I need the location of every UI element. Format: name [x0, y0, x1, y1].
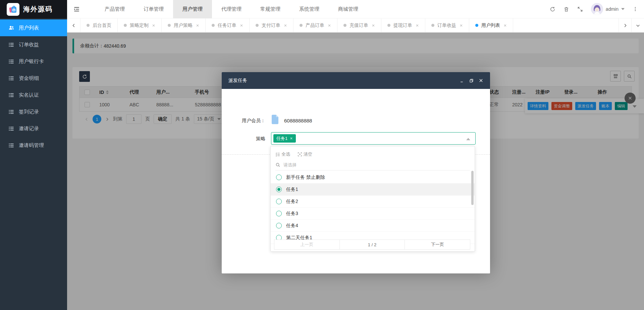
- tab-close-icon[interactable]: [503, 24, 507, 27]
- tab-pay-orders[interactable]: 支付订单: [250, 18, 293, 32]
- dropdown-next-button[interactable]: 下一页: [405, 240, 470, 249]
- menu-system[interactable]: 系统管理: [290, 0, 329, 18]
- menu-fold-icon[interactable]: [67, 0, 86, 18]
- radio-icon[interactable]: [276, 174, 282, 180]
- tab-withdraw-orders[interactable]: 提现订单: [381, 18, 425, 32]
- list-icon: [8, 109, 14, 115]
- tab-close-icon[interactable]: [196, 24, 199, 27]
- fullscreen-icon[interactable]: [577, 6, 583, 12]
- sidebar-item-real-name[interactable]: 实名认证: [0, 87, 67, 103]
- radio-icon[interactable]: [276, 211, 282, 216]
- tabbar-controls: [619, 18, 644, 32]
- option-task4[interactable]: 任务4: [271, 220, 475, 232]
- clear-label: 清空: [304, 151, 312, 157]
- user-menu[interactable]: admin: [591, 3, 625, 15]
- tabs-scroll-left-icon[interactable]: [67, 18, 80, 32]
- list-icon: [8, 125, 14, 132]
- clear-action[interactable]: 清空: [298, 151, 312, 157]
- file-icon: [271, 115, 279, 124]
- tab-close-icon[interactable]: [460, 24, 463, 27]
- menu-user[interactable]: 用户管理: [173, 0, 212, 18]
- tab-home[interactable]: 后台首页: [80, 18, 118, 32]
- selected-tag-label: 任务1: [276, 136, 287, 142]
- option-task2[interactable]: 任务2: [271, 196, 475, 208]
- tabs-scroll-right-icon[interactable]: [619, 18, 631, 32]
- tab-label: 产品订单: [306, 22, 324, 29]
- list-icon: [8, 92, 14, 98]
- tab-order-income[interactable]: 订单收益: [425, 18, 469, 32]
- tab-close-icon[interactable]: [240, 24, 243, 27]
- maximize-icon[interactable]: [469, 79, 474, 83]
- tab-close-icon[interactable]: [416, 24, 419, 27]
- dispatch-task-modal: 派发任务 用户会员： 6088888888 策略 任务1: [222, 72, 490, 273]
- menu-mall[interactable]: 商城管理: [329, 0, 368, 18]
- topbar: 产品管理 订单管理 用户管理 代理管理 常规管理 系统管理 商城管理 admin: [67, 0, 644, 18]
- menu-general[interactable]: 常规管理: [251, 0, 290, 18]
- brand-logo[interactable]: $ 海外源码: [0, 0, 67, 18]
- tab-dot: [212, 24, 215, 27]
- tabs-menu-icon[interactable]: [631, 18, 644, 32]
- tabbar: 后台首页 策略定制 用户策略 任务订单 支付订单 产品订单 充值订单 提现订单 …: [67, 18, 644, 33]
- sidebar-item-user-list[interactable]: 用户列表: [0, 19, 67, 36]
- tab-user-strategy[interactable]: 用户策略: [162, 18, 206, 32]
- sidebar-item-checkin[interactable]: 签到记录: [0, 103, 67, 120]
- sidebar-item-order-income[interactable]: 订单收益: [0, 36, 67, 53]
- search-icon: [275, 162, 280, 167]
- tab-dot: [256, 24, 259, 27]
- radio-icon[interactable]: [276, 199, 282, 204]
- dropdown-options: 新手任务 禁止删除 任务1 任务2 任务3 任务4: [271, 171, 475, 244]
- tab-close-icon[interactable]: [372, 24, 375, 27]
- sidebar-item-invite-codes[interactable]: 邀请码管理: [0, 137, 67, 154]
- tab-label: 充值订单: [350, 22, 368, 29]
- dropdown-scrollbar[interactable]: [471, 171, 474, 205]
- list-icon: [8, 58, 14, 64]
- tab-label: 任务订单: [218, 22, 236, 29]
- window-controls: [460, 78, 483, 83]
- select-all-label: 全选: [281, 151, 290, 157]
- member-label: 用户会员：: [222, 118, 265, 124]
- close-icon[interactable]: [479, 78, 483, 83]
- trash-icon[interactable]: [564, 6, 569, 12]
- tag-remove-icon[interactable]: [290, 137, 293, 140]
- minimize-icon[interactable]: [460, 79, 464, 83]
- sidebar-item-invite-records[interactable]: 邀请记录: [0, 120, 67, 137]
- strategy-select[interactable]: 任务1: [271, 132, 476, 145]
- tab-close-icon[interactable]: [284, 24, 287, 27]
- tab-close-icon[interactable]: [152, 24, 155, 27]
- dropdown-search-input[interactable]: [283, 162, 470, 167]
- option-task3[interactable]: 任务3: [271, 208, 475, 220]
- list-icon: [8, 42, 14, 48]
- dropdown-pager: 上一页 1 / 2 下一页: [274, 240, 470, 250]
- tab-task-orders[interactable]: 任务订单: [206, 18, 250, 32]
- radio-checked-icon[interactable]: [276, 187, 282, 192]
- list-icon: [8, 75, 14, 81]
- tab-user-list[interactable]: 用户列表: [469, 18, 513, 32]
- tab-product-orders[interactable]: 产品订单: [293, 18, 337, 32]
- option-label: 任务2: [286, 199, 298, 205]
- modal-header[interactable]: 派发任务: [222, 72, 490, 89]
- dropdown-prev-button[interactable]: 上一页: [274, 240, 339, 249]
- sidebar-item-label: 邀请码管理: [19, 142, 44, 149]
- tab-label: 后台首页: [93, 22, 111, 29]
- more-vert-icon[interactable]: [633, 6, 638, 12]
- menu-order[interactable]: 订单管理: [134, 0, 173, 18]
- tab-strategy-custom[interactable]: 策略定制: [118, 18, 162, 32]
- tab-recharge-orders[interactable]: 充值订单: [337, 18, 381, 32]
- tab-label: 订单收益: [437, 22, 456, 29]
- tab-dot: [431, 24, 434, 27]
- member-value: 6088888888: [284, 118, 312, 123]
- list-icon: [8, 142, 14, 148]
- select-all-action[interactable]: 全选: [275, 151, 290, 157]
- sidebar-item-label: 订单收益: [19, 42, 39, 48]
- menu-agent[interactable]: 代理管理: [212, 0, 251, 18]
- top-menu: 产品管理 订单管理 用户管理 代理管理 常规管理 系统管理 商城管理: [95, 0, 368, 18]
- tab-close-icon[interactable]: [328, 24, 331, 27]
- refresh-icon[interactable]: [550, 6, 555, 12]
- sidebar-item-bank-cards[interactable]: 用户银行卡: [0, 53, 67, 70]
- sidebar-item-fund-details[interactable]: 资金明细: [0, 70, 67, 87]
- option-task1[interactable]: 任务1: [271, 184, 475, 196]
- radio-icon[interactable]: [276, 223, 282, 228]
- option-newbie-task[interactable]: 新手任务 禁止删除: [271, 171, 475, 184]
- menu-product[interactable]: 产品管理: [95, 0, 134, 18]
- tab-dot: [87, 24, 90, 27]
